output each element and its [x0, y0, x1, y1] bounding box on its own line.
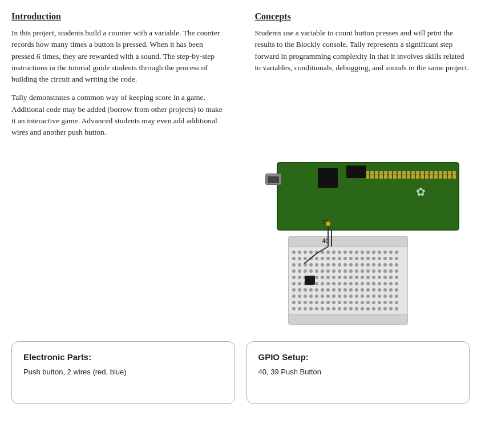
- breadboard-hole: [298, 282, 301, 285]
- breadboard-hole: [309, 288, 313, 292]
- breadboard-hole: [383, 294, 387, 298]
- breadboard-hole: [361, 263, 364, 267]
- breadboard-hole: [366, 276, 370, 279]
- breadboard-hole: [361, 269, 364, 273]
- breadboard-hole: [366, 263, 370, 267]
- breadboard-hole: [343, 288, 347, 292]
- breadboard: [288, 236, 408, 325]
- breadboard-hole: [298, 263, 301, 267]
- breadboard-hole: [349, 251, 353, 254]
- circuit-diagram: ✿ 39 40: [249, 156, 470, 328]
- breadboard-hole: [332, 282, 336, 285]
- breadboard-hole: [389, 288, 393, 292]
- breadboard-hole: [361, 251, 364, 254]
- breadboard-hole: [366, 307, 370, 310]
- breadboard-top-strip: [289, 237, 407, 247]
- gpio-pin: [416, 171, 419, 175]
- breadboard-hole: [332, 269, 336, 273]
- breadboard-hole: [361, 276, 364, 279]
- breadboard-hole: [326, 251, 330, 254]
- bottom-cards: Electronic Parts: Push button, 2 wires (…: [11, 341, 470, 404]
- breadboard-hole: [338, 282, 341, 285]
- gpio-pin: [389, 175, 392, 179]
- gpio-pin: [448, 175, 451, 179]
- breadboard-hole: [372, 276, 375, 279]
- gpio-setup-heading: GPIO Setup:: [258, 352, 458, 362]
- breadboard-hole: [372, 288, 375, 292]
- pi-chip: [318, 168, 338, 188]
- breadboard-hole: [338, 263, 341, 267]
- gpio-setup-content: 40, 39 Push Button: [258, 366, 458, 378]
- breadboard-hole: [395, 294, 398, 298]
- breadboard-hole: [361, 307, 364, 310]
- gpio-pin: [443, 171, 447, 175]
- breadboard-hole: [338, 288, 341, 292]
- breadboard-hole: [349, 301, 353, 304]
- breadboard-hole: [321, 251, 324, 254]
- breadboard-hole: [321, 263, 324, 267]
- breadboard-hole: [355, 294, 358, 298]
- breadboard-hole: [326, 288, 330, 292]
- gpio-pin: [434, 175, 438, 179]
- breadboard-hole: [315, 307, 318, 310]
- gpio-pin: [411, 175, 415, 179]
- breadboard-hole: [389, 294, 393, 298]
- breadboard-hole: [349, 263, 353, 267]
- breadboard-hole: [332, 276, 336, 279]
- breadboard-hole: [349, 269, 353, 273]
- gpio-pin: [389, 171, 392, 175]
- breadboard-hole: [321, 307, 324, 310]
- breadboard-hole: [304, 294, 307, 298]
- intro-para1: In this project, students build a counte…: [11, 27, 227, 85]
- breadboard-hole: [378, 269, 381, 273]
- breadboard-hole: [315, 263, 318, 267]
- breadboard-hole: [292, 269, 296, 273]
- gpio-pin: [448, 171, 451, 175]
- breadboard-hole: [309, 301, 313, 304]
- breadboard-hole: [378, 251, 381, 254]
- breadboard-hole: [326, 263, 330, 267]
- breadboard-hole: [321, 288, 324, 292]
- breadboard-hole: [383, 269, 387, 273]
- breadboard-hole: [343, 307, 347, 310]
- gpio-pin: [407, 175, 410, 179]
- gpio-pin: [452, 175, 456, 179]
- breadboard-hole: [343, 276, 347, 279]
- gpio-pin: [370, 171, 374, 175]
- breadboard-hole: [298, 307, 301, 310]
- breadboard-hole: [292, 307, 296, 310]
- breadboard-hole: [304, 301, 307, 304]
- breadboard-hole: [326, 257, 330, 260]
- breadboard-hole: [349, 257, 353, 260]
- breadboard-hole: [349, 282, 353, 285]
- breadboard-hole: [378, 301, 381, 304]
- breadboard-hole: [366, 294, 370, 298]
- breadboard-hole: [309, 307, 313, 310]
- breadboard-hole: [338, 307, 341, 310]
- breadboard-hole: [343, 269, 347, 273]
- breadboard-hole: [378, 257, 381, 260]
- breadboard-hole: [355, 282, 358, 285]
- breadboard-hole: [343, 263, 347, 267]
- breadboard-hole: [304, 307, 307, 310]
- breadboard-hole: [304, 288, 307, 292]
- breadboard-hole: [383, 263, 387, 267]
- breadboard-hole: [395, 257, 398, 260]
- breadboard-hole: [298, 288, 301, 292]
- gpio-pin: [430, 175, 433, 179]
- gpio-pin: [443, 175, 447, 179]
- breadboard-hole: [315, 282, 318, 285]
- breadboard-hole: [395, 251, 398, 254]
- breadboard-hole: [332, 288, 336, 292]
- gpio-pin: [439, 175, 442, 179]
- gpio-pin: [398, 171, 401, 175]
- gpio-pin: [416, 175, 419, 179]
- breadboard-hole: [389, 276, 393, 279]
- breadboard-hole: [349, 276, 353, 279]
- breadboard-hole: [355, 307, 358, 310]
- breadboard-hole: [332, 301, 336, 304]
- breadboard-hole: [372, 294, 375, 298]
- breadboard-hole: [389, 269, 393, 273]
- breadboard-hole: [292, 257, 296, 260]
- gpio-pin: [384, 171, 387, 175]
